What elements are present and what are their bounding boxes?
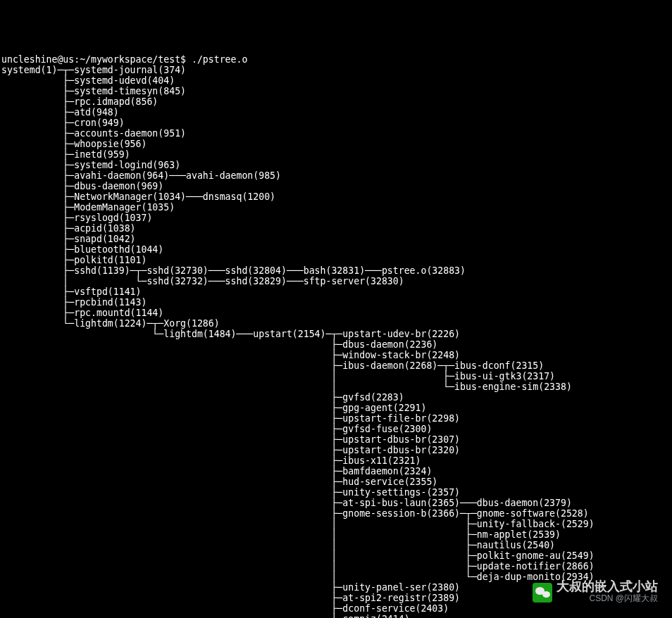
wechat-icon (533, 583, 552, 603)
watermark-title: 大叔的嵌入式小站 (556, 581, 658, 592)
watermark-subtitle: CSDN @闪耀大叔 (589, 593, 658, 604)
watermark: 大叔的嵌入式小站 CSDN @闪耀大叔 (533, 581, 658, 604)
terminal-output: uncleshine@us:~/myworkspace/test$ ./pstr… (0, 53, 672, 618)
